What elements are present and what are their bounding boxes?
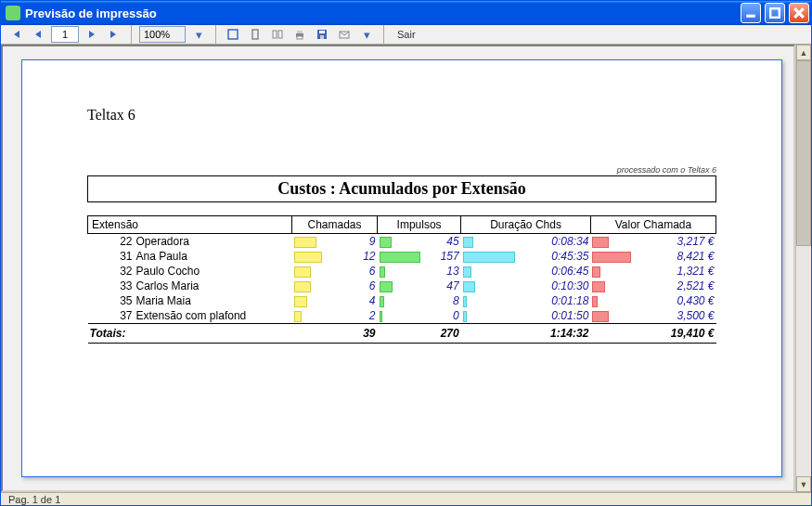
cell-chamadas: 2 (324, 308, 378, 324)
bar-impulsos (378, 279, 422, 293)
svg-rect-4 (228, 30, 238, 39)
report-table: Extensão Chamadas Impulsos Duração Chds … (87, 215, 716, 344)
cell-chamadas: 4 (324, 293, 378, 308)
maximize-button[interactable] (765, 3, 785, 23)
cell-valor: 3,217 € (633, 234, 715, 250)
single-page-button[interactable] (246, 25, 264, 44)
toolbar-separator (131, 25, 132, 44)
next-page-button[interactable] (83, 25, 101, 44)
bar-chamadas (292, 249, 324, 264)
bar-impulsos (378, 293, 422, 308)
header-valor: Valor Chamada (590, 216, 715, 234)
client-area: Teltax 6 processado com o Teltax 6 Custo… (1, 45, 811, 492)
svg-rect-6 (273, 31, 277, 38)
cell-ext-num: 35 (88, 293, 135, 308)
save-button[interactable] (313, 25, 331, 44)
bar-valor (590, 279, 633, 293)
toolbar-separator (383, 25, 384, 44)
svg-rect-12 (319, 31, 325, 33)
cell-chamadas: 6 (324, 279, 378, 293)
bar-valor (590, 264, 633, 279)
table-row: 33Carlos Maria6470:10:302,521 € (88, 279, 716, 293)
scroll-thumb[interactable] (796, 60, 811, 246)
cell-chamadas: 9 (324, 234, 378, 250)
window-title: Previsão de impressão (25, 6, 157, 20)
cell-ext-name: Operadora (135, 234, 292, 250)
totals-impulsos: 270 (422, 324, 461, 344)
cell-impulsos: 47 (422, 279, 461, 293)
bar-chamadas (292, 234, 324, 250)
email-dropdown-button[interactable]: ▾ (357, 25, 376, 44)
bar-valor (590, 249, 633, 264)
cell-ext-name: Ana Paula (135, 249, 292, 264)
statusbar: Pag. 1 de 1 (1, 492, 811, 505)
svg-rect-5 (252, 30, 258, 39)
totals-chamadas: 39 (324, 324, 378, 344)
cell-ext-name: Extensão com plafond (135, 308, 292, 324)
cell-ext-num: 33 (88, 279, 135, 293)
svg-rect-13 (320, 35, 324, 39)
toolbar: 100% ▾ ▾ Sair (1, 25, 811, 45)
toolbar-separator (215, 25, 216, 44)
bar-duracao (461, 249, 517, 264)
cell-valor: 0,430 € (633, 293, 715, 308)
first-page-button[interactable] (6, 25, 25, 44)
preview-viewport[interactable]: Teltax 6 processado com o Teltax 6 Custo… (1, 45, 795, 492)
last-page-button[interactable] (105, 25, 123, 44)
cell-chamadas: 6 (324, 264, 378, 279)
bar-impulsos (378, 264, 422, 279)
table-row: 32Paulo Cocho6130:06:451,321 € (88, 264, 716, 279)
zoom-value: 100% (144, 29, 170, 40)
cell-impulsos: 0 (422, 308, 461, 324)
cell-ext-num: 32 (88, 264, 135, 279)
print-button[interactable] (290, 25, 309, 44)
totals-duracao: 1:14:32 (517, 324, 591, 344)
cell-ext-name: Paulo Cocho (135, 264, 292, 279)
scroll-up-button[interactable]: ▲ (796, 45, 811, 60)
minimize-button[interactable] (741, 3, 761, 23)
report-brand: Teltax 6 (87, 107, 716, 123)
cell-duracao: 0:01:18 (517, 293, 591, 308)
scroll-track[interactable] (796, 60, 811, 476)
close-button[interactable] (789, 3, 809, 23)
bar-chamadas (292, 279, 324, 293)
totals-row: Totais: 39 270 1:14:32 19,410 € (88, 324, 716, 344)
table-row: 35Maria Maia480:01:180,430 € (88, 293, 716, 308)
header-impulsos: Impulsos (378, 216, 461, 234)
header-extensao: Extensão (88, 216, 292, 234)
cell-ext-num: 37 (88, 308, 135, 324)
scroll-down-button[interactable]: ▼ (796, 476, 811, 492)
bar-duracao (461, 264, 517, 279)
bar-impulsos (378, 234, 422, 250)
bar-valor (590, 293, 633, 308)
svg-rect-9 (297, 31, 303, 33)
email-button[interactable] (335, 25, 354, 44)
bar-impulsos (378, 249, 422, 264)
cell-impulsos: 157 (422, 249, 461, 264)
cell-duracao: 0:45:35 (517, 249, 591, 264)
page-number-input[interactable] (51, 26, 79, 43)
bar-chamadas (292, 293, 324, 308)
svg-rect-1 (770, 8, 780, 18)
exit-button[interactable]: Sair (392, 27, 421, 42)
report-title: Custos : Acumulados por Extensão (87, 175, 716, 202)
status-text: Pag. 1 de 1 (8, 494, 60, 505)
bar-chamadas (292, 308, 324, 324)
prev-page-button[interactable] (29, 25, 47, 44)
bar-duracao (461, 279, 517, 293)
bar-chamadas (292, 264, 324, 279)
cell-ext-num: 31 (88, 249, 135, 264)
cell-duracao: 0:10:30 (517, 279, 591, 293)
cell-chamadas: 12 (324, 249, 378, 264)
titlebar[interactable]: Previsão de impressão (1, 1, 811, 25)
fit-page-button[interactable] (224, 25, 242, 44)
cell-valor: 8,421 € (633, 249, 715, 264)
cell-impulsos: 8 (422, 293, 461, 308)
header-duracao: Duração Chds (461, 216, 591, 234)
vertical-scrollbar[interactable]: ▲ ▼ (795, 45, 811, 492)
table-row: 37Extensão com plafond200:01:503,500 € (88, 308, 716, 324)
zoom-dropdown-button[interactable]: ▾ (189, 25, 208, 44)
zoom-select[interactable]: 100% (139, 26, 186, 43)
two-page-button[interactable] (268, 25, 287, 44)
cell-duracao: 0:01:50 (517, 308, 591, 324)
